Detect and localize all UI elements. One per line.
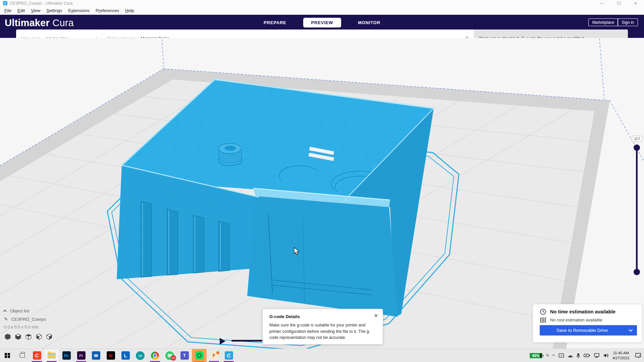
stylus-icon[interactable]: ✎: [546, 353, 549, 358]
task-view-button[interactable]: [15, 349, 30, 362]
view-left-icon[interactable]: [35, 333, 43, 340]
restore-button[interactable]: [610, 0, 627, 6]
clock-icon: [540, 308, 546, 315]
file-explorer-icon: [48, 353, 56, 358]
time-estimate-text: No time estimation available: [550, 309, 615, 314]
menu-item-preferences[interactable]: Preferences: [93, 7, 122, 14]
object-list-toggle[interactable]: Object list: [4, 308, 81, 313]
arduino-icon: ∞: [136, 351, 145, 360]
tray-time: 11:45 AM: [613, 351, 629, 355]
taskbar-item-teams[interactable]: T: [177, 349, 192, 362]
action-center-icon[interactable]: [635, 353, 641, 358]
save-options-dropdown[interactable]: [625, 325, 637, 336]
onedrive-cloud-icon[interactable]: ☁: [568, 352, 573, 359]
object-list-label: Object list: [10, 308, 29, 313]
view-3d-icon[interactable]: [4, 333, 11, 340]
menu-item-edit[interactable]: Edit: [14, 7, 28, 14]
play-button[interactable]: [220, 338, 225, 345]
task-view-icon: [20, 353, 25, 358]
tab-monitor[interactable]: MONITOR: [350, 18, 388, 27]
minimize-button[interactable]: —: [594, 0, 610, 6]
taskbar-item-cura-blue[interactable]: C: [221, 349, 236, 362]
clock[interactable]: 11:45 AM 4/27/2021: [612, 351, 630, 361]
taskbar-item-whatsapp[interactable]: ☎45: [162, 349, 177, 362]
teams-icon: T: [180, 351, 189, 360]
taskbar-item-mail[interactable]: ✉: [89, 349, 103, 362]
whatsapp-badge: 45: [171, 355, 176, 361]
menu-item-extensions[interactable]: Extensions: [65, 7, 93, 14]
cura-app-icon: C: [3, 1, 7, 5]
taskbar-item-spotify[interactable]: [192, 349, 207, 362]
marketplace-button[interactable]: Marketplace: [588, 18, 618, 26]
camera-view-presets: [4, 333, 81, 340]
save-to-removable-drive-button[interactable]: Save to Removable Drive: [540, 325, 637, 336]
cura-blue-icon: C: [225, 351, 233, 360]
output-panel: No time estimation available No cost est…: [533, 304, 642, 343]
taskbar-item-premiere[interactable]: Pr: [74, 349, 89, 362]
taskbar-item-netflix[interactable]: N: [103, 349, 118, 362]
f-app-badge: [216, 351, 219, 354]
cura-orange-icon: C: [33, 351, 41, 360]
close-button[interactable]: ✕: [627, 0, 644, 6]
photoshop-icon: Ps: [62, 351, 71, 360]
view-right-icon[interactable]: [46, 333, 53, 340]
layer-slider-bottom-handle[interactable]: [634, 269, 640, 275]
menu-item-view[interactable]: View: [28, 7, 43, 14]
screen-snip-icon[interactable]: [558, 353, 564, 358]
menu-item-help[interactable]: Help: [122, 7, 137, 14]
gcode-details-popup: G-code Details Make sure the g-code is s…: [262, 309, 383, 345]
cost-estimate-text: No cost estimation available: [550, 318, 602, 322]
taskbar-item-lightroom[interactable]: L: [118, 349, 133, 362]
tab-preview[interactable]: PREVIEW: [303, 18, 341, 27]
view-top-icon[interactable]: [25, 333, 32, 340]
network-icon[interactable]: [594, 353, 600, 358]
object-name-row[interactable]: ✎ CE3PRO_Cuerpo: [4, 316, 81, 322]
menu-item-settings[interactable]: Settings: [43, 7, 65, 14]
windows-logo-icon: [5, 353, 10, 358]
object-list-overlay: Object list ✎ CE3PRO_Cuerpo 0.0 x 0.0 x …: [4, 308, 81, 340]
viewport-3d[interactable]: 117 Object list ✎ CE3PRO_Cuerpo 0.0 x 0.…: [0, 38, 644, 349]
sign-in-button[interactable]: Sign in: [618, 18, 638, 26]
restore-icon: [618, 2, 621, 5]
spotify-icon: [195, 351, 204, 360]
premiere-icon: Pr: [77, 351, 86, 360]
layer-slider-track[interactable]: [636, 147, 638, 273]
object-name: CE3PRO_Cuerpo: [11, 317, 46, 322]
cost-spool-icon: [540, 317, 546, 323]
taskbar-item-cura[interactable]: C: [30, 349, 44, 362]
tab-prepare[interactable]: PREPARE: [256, 18, 294, 27]
taskbar-item-photoshop[interactable]: Ps: [59, 349, 74, 362]
gcode-popup-title: G-code Details: [269, 314, 376, 319]
start-button[interactable]: [0, 349, 15, 362]
layer-slider[interactable]: [634, 144, 640, 275]
taskbar-item-f-app[interactable]: F: [207, 349, 221, 362]
view-front-icon[interactable]: [14, 333, 22, 340]
netflix-icon: N: [107, 351, 115, 360]
taskbar-item-arduino[interactable]: ∞: [133, 349, 148, 362]
hidden-icons-chevron-icon[interactable]: [552, 354, 555, 358]
build-plate-scene: [0, 38, 644, 349]
microphone-icon[interactable]: [576, 353, 580, 358]
battery-indicator[interactable]: 85%: [529, 353, 543, 359]
mail-icon: ✉: [92, 351, 100, 360]
taskbar-item-file-explorer[interactable]: [44, 349, 59, 362]
model-annex[interactable]: [247, 188, 398, 317]
close-icon[interactable]: ✕: [374, 313, 378, 319]
layer-slider-tooltip: 117: [632, 136, 642, 142]
menu-bar: FileEditViewSettingsExtensionsPreference…: [0, 6, 644, 15]
power-battery-icon[interactable]: [584, 353, 590, 358]
tray-date: 4/27/2021: [612, 356, 630, 360]
speaker-icon[interactable]: [603, 353, 609, 358]
stage-tabs: PREPAREPREVIEWMONITOR: [0, 18, 644, 27]
window-title: CE3PRO_Cuerpo - Ultimaker Cura: [10, 1, 72, 6]
object-dimensions: 0.0 x 0.0 x 0.0 mm: [4, 325, 81, 329]
letter-l-app-icon: L: [121, 351, 130, 360]
windows-taskbar: C Ps Pr ✉ N L ∞ ☎45 T F C 85% ✎ ☁ 11:45 …: [0, 349, 644, 362]
simulation-progress-bar[interactable]: [231, 340, 263, 342]
layer-slider-top-handle[interactable]: [634, 144, 640, 151]
rename-pencil-icon: ✎: [4, 316, 8, 322]
gcode-popup-body: Make sure the g-code is suitable for you…: [269, 322, 376, 341]
menu-item-file[interactable]: File: [1, 7, 14, 14]
system-tray: 85% ✎ ☁ 11:45 AM 4/27/2021: [529, 349, 644, 362]
taskbar-item-chrome[interactable]: [148, 349, 162, 362]
